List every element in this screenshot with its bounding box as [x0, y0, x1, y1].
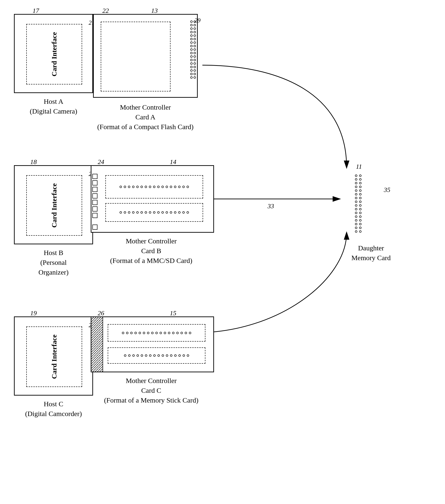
label-35: 35: [384, 186, 390, 194]
caption-mother-b-line1: Mother Controller: [86, 236, 216, 246]
caption-mother-b-line2: Card B: [86, 246, 216, 256]
label-24: 24: [98, 158, 104, 166]
host-a-box: Card Interface 21: [14, 14, 93, 93]
label-26: 26: [98, 309, 104, 317]
caption-host-b-line3: Organizer): [14, 267, 93, 277]
daughter-memory-card: [342, 167, 374, 240]
caption-mother-a-line3: (Format of a Compact Flash Card): [86, 122, 205, 132]
caption-host-c-line2: (Digital Camcorder): [14, 409, 93, 419]
caption-daughter: Daughter Memory Card: [342, 243, 400, 263]
svg-rect-5: [91, 317, 103, 372]
mother-b-box: [91, 165, 214, 233]
host-c-box: Card Interface 25: [14, 316, 93, 396]
diagram-container: 17 Card Interface 21 Host A (Digital Cam…: [0, 0, 445, 504]
caption-mother-c: Mother Controller Card C (Format of a Me…: [86, 376, 216, 405]
mother-b-left-connector: [91, 173, 98, 219]
caption-host-c: Host C (Digital Camcorder): [14, 399, 93, 419]
caption-host-c-line1: Host C: [14, 399, 93, 409]
caption-host-b-line2: (Personal: [14, 258, 93, 267]
label-19: 19: [30, 309, 37, 317]
mother-b-inner-top: [105, 175, 203, 198]
label-18: 18: [30, 158, 37, 166]
caption-mother-c-line3: (Format of a Memory Stick Card): [86, 395, 216, 405]
label-33: 33: [267, 202, 274, 210]
host-b-card-interface: Card Interface: [26, 175, 82, 236]
host-b-card-interface-label: Card Interface: [50, 183, 58, 228]
caption-mother-a-line1: Mother Controller: [86, 102, 205, 112]
label-17: 17: [33, 7, 39, 15]
caption-mother-a: Mother Controller Card A (Format of a Co…: [86, 102, 205, 132]
label-29: 29: [195, 17, 200, 24]
caption-host-a-line1: Host A: [14, 97, 93, 106]
label-13: 13: [151, 7, 158, 15]
label-22: 22: [102, 7, 109, 15]
mother-a-inner: [101, 22, 171, 91]
host-a-card-interface-label: Card Interface: [50, 32, 58, 76]
host-a-card-interface: Card Interface: [26, 24, 82, 85]
caption-mother-b: Mother Controller Card B (Format of a MM…: [86, 236, 216, 266]
caption-host-a: Host A (Digital Camera): [14, 97, 93, 116]
caption-host-a-line2: (Digital Camera): [14, 106, 93, 116]
caption-daughter-line1: Daughter: [342, 243, 400, 253]
mother-c-bottom-dots: [124, 354, 189, 357]
caption-mother-b-line3: (Format of a MMC/SD Card): [86, 256, 216, 266]
host-c-card-interface: Card Interface: [26, 326, 82, 387]
caption-daughter-line2: Memory Card: [342, 253, 400, 263]
mother-b-top-dots: [120, 186, 189, 188]
mother-b-inner-bottom: [105, 203, 203, 222]
mother-b-bottom-connector: [92, 225, 97, 230]
caption-mother-c-line1: Mother Controller: [86, 376, 216, 386]
mother-c-left-connector: [91, 317, 103, 372]
daughter-pins-right: [359, 175, 361, 233]
mother-a-connector: [189, 19, 197, 80]
mother-b-bottom-dots: [120, 211, 189, 214]
mother-c-box: [91, 316, 214, 372]
mother-c-stripes: [91, 317, 103, 372]
mother-c-top-dots: [122, 332, 191, 334]
caption-mother-a-line2: Card A: [86, 112, 205, 122]
host-b-box: Card Interface 23: [14, 165, 93, 244]
label-15: 15: [170, 309, 176, 317]
daughter-pins-left: [355, 175, 357, 233]
caption-host-b: Host B (Personal Organizer): [14, 248, 93, 277]
label-14: 14: [170, 158, 176, 166]
mother-a-box: 29: [93, 14, 198, 98]
caption-mother-c-line2: Card C: [86, 386, 216, 395]
mother-c-inner-bottom: [108, 347, 205, 364]
host-c-card-interface-label: Card Interface: [50, 335, 58, 379]
caption-host-b-line1: Host B: [14, 248, 93, 258]
mother-c-inner-top: [108, 324, 205, 342]
